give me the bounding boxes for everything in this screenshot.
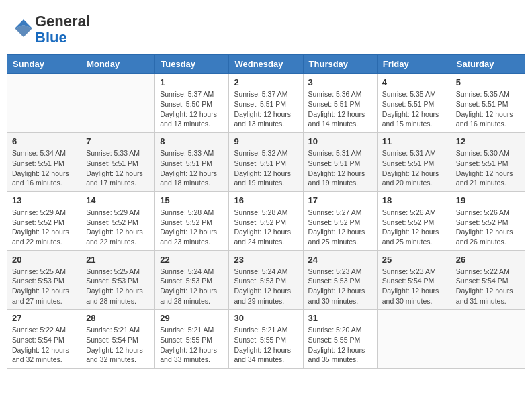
- day-number: 9: [234, 136, 298, 146]
- day-info: Sunrise: 5:37 AM Sunset: 5:50 PM Dayligh…: [160, 89, 224, 129]
- calendar-week-2: 6Sunrise: 5:34 AM Sunset: 5:51 PM Daylig…: [7, 133, 525, 192]
- day-info: Sunrise: 5:21 AM Sunset: 5:54 PM Dayligh…: [86, 325, 150, 365]
- day-number: 12: [456, 136, 520, 146]
- calendar-cell: 9Sunrise: 5:32 AM Sunset: 5:51 PM Daylig…: [229, 133, 303, 192]
- calendar-cell: 2Sunrise: 5:37 AM Sunset: 5:51 PM Daylig…: [229, 74, 303, 133]
- column-header-tuesday: Tuesday: [155, 55, 229, 74]
- page-header: General Blue: [7, 7, 525, 49]
- day-info: Sunrise: 5:22 AM Sunset: 5:54 PM Dayligh…: [456, 267, 520, 306]
- day-info: Sunrise: 5:27 AM Sunset: 5:52 PM Dayligh…: [308, 208, 372, 247]
- day-info: Sunrise: 5:22 AM Sunset: 5:54 PM Dayligh…: [12, 325, 76, 365]
- day-info: Sunrise: 5:29 AM Sunset: 5:52 PM Dayligh…: [86, 208, 150, 247]
- day-number: 28: [86, 313, 150, 323]
- day-number: 19: [456, 195, 520, 205]
- column-header-saturday: Saturday: [451, 55, 525, 74]
- calendar-week-5: 27Sunrise: 5:22 AM Sunset: 5:54 PM Dayli…: [7, 310, 525, 369]
- day-info: Sunrise: 5:28 AM Sunset: 5:52 PM Dayligh…: [234, 208, 298, 247]
- day-info: Sunrise: 5:35 AM Sunset: 5:51 PM Dayligh…: [456, 89, 520, 129]
- day-info: Sunrise: 5:29 AM Sunset: 5:52 PM Dayligh…: [12, 208, 76, 247]
- day-number: 17: [308, 195, 372, 205]
- calendar-table: SundayMondayTuesdayWednesdayThursdayFrid…: [7, 54, 525, 369]
- day-info: Sunrise: 5:24 AM Sunset: 5:53 PM Dayligh…: [160, 267, 224, 306]
- day-info: Sunrise: 5:31 AM Sunset: 5:51 PM Dayligh…: [308, 148, 372, 188]
- day-number: 22: [160, 255, 224, 265]
- day-number: 7: [86, 136, 150, 146]
- day-number: 26: [456, 255, 520, 265]
- calendar-cell: 17Sunrise: 5:27 AM Sunset: 5:52 PM Dayli…: [303, 191, 377, 250]
- day-info: Sunrise: 5:21 AM Sunset: 5:55 PM Dayligh…: [160, 325, 224, 365]
- day-info: Sunrise: 5:30 AM Sunset: 5:51 PM Dayligh…: [456, 148, 520, 188]
- day-number: 23: [234, 255, 298, 265]
- day-number: 6: [12, 136, 76, 146]
- calendar-cell: 1Sunrise: 5:37 AM Sunset: 5:50 PM Daylig…: [155, 74, 229, 133]
- calendar-cell: [451, 310, 525, 369]
- day-number: 20: [12, 255, 76, 265]
- day-number: 15: [160, 195, 224, 205]
- day-info: Sunrise: 5:23 AM Sunset: 5:54 PM Dayligh…: [382, 267, 446, 306]
- calendar-week-3: 13Sunrise: 5:29 AM Sunset: 5:52 PM Dayli…: [7, 191, 525, 250]
- day-number: 16: [234, 195, 298, 205]
- day-number: 24: [308, 255, 372, 265]
- day-number: 21: [86, 255, 150, 265]
- calendar-cell: [7, 74, 81, 133]
- calendar-cell: 28Sunrise: 5:21 AM Sunset: 5:54 PM Dayli…: [81, 310, 155, 369]
- day-info: Sunrise: 5:36 AM Sunset: 5:51 PM Dayligh…: [308, 89, 372, 129]
- day-number: 5: [456, 77, 520, 87]
- day-info: Sunrise: 5:35 AM Sunset: 5:51 PM Dayligh…: [382, 89, 446, 129]
- day-number: 3: [308, 77, 372, 87]
- calendar-cell: 26Sunrise: 5:22 AM Sunset: 5:54 PM Dayli…: [451, 250, 525, 310]
- day-info: Sunrise: 5:33 AM Sunset: 5:51 PM Dayligh…: [86, 148, 150, 188]
- logo-icon: [13, 18, 34, 38]
- day-number: 27: [12, 313, 76, 323]
- day-info: Sunrise: 5:37 AM Sunset: 5:51 PM Dayligh…: [234, 89, 298, 129]
- day-number: 18: [382, 195, 446, 205]
- column-header-thursday: Thursday: [303, 55, 377, 74]
- calendar-cell: 31Sunrise: 5:20 AM Sunset: 5:55 PM Dayli…: [303, 310, 377, 369]
- calendar-cell: 29Sunrise: 5:21 AM Sunset: 5:55 PM Dayli…: [155, 310, 229, 369]
- day-number: 8: [160, 136, 224, 146]
- day-number: 13: [12, 195, 76, 205]
- calendar-cell: 22Sunrise: 5:24 AM Sunset: 5:53 PM Dayli…: [155, 250, 229, 310]
- day-info: Sunrise: 5:26 AM Sunset: 5:52 PM Dayligh…: [456, 208, 520, 247]
- calendar-cell: 20Sunrise: 5:25 AM Sunset: 5:53 PM Dayli…: [7, 250, 81, 310]
- calendar-cell: 7Sunrise: 5:33 AM Sunset: 5:51 PM Daylig…: [81, 133, 155, 192]
- calendar-cell: 8Sunrise: 5:33 AM Sunset: 5:51 PM Daylig…: [155, 133, 229, 192]
- day-info: Sunrise: 5:26 AM Sunset: 5:52 PM Dayligh…: [382, 208, 446, 247]
- day-number: 25: [382, 255, 446, 265]
- calendar-cell: 10Sunrise: 5:31 AM Sunset: 5:51 PM Dayli…: [303, 133, 377, 192]
- calendar-cell: 23Sunrise: 5:24 AM Sunset: 5:53 PM Dayli…: [229, 250, 303, 310]
- calendar-cell: 6Sunrise: 5:34 AM Sunset: 5:51 PM Daylig…: [7, 133, 81, 192]
- day-info: Sunrise: 5:34 AM Sunset: 5:51 PM Dayligh…: [12, 148, 76, 188]
- day-info: Sunrise: 5:32 AM Sunset: 5:51 PM Dayligh…: [234, 148, 298, 188]
- day-number: 30: [234, 313, 298, 323]
- column-header-friday: Friday: [377, 55, 451, 74]
- calendar-cell: 13Sunrise: 5:29 AM Sunset: 5:52 PM Dayli…: [7, 191, 81, 250]
- calendar-cell: [377, 310, 451, 369]
- calendar-cell: 18Sunrise: 5:26 AM Sunset: 5:52 PM Dayli…: [377, 191, 451, 250]
- calendar-cell: 30Sunrise: 5:21 AM Sunset: 5:55 PM Dayli…: [229, 310, 303, 369]
- calendar-cell: 25Sunrise: 5:23 AM Sunset: 5:54 PM Dayli…: [377, 250, 451, 310]
- day-number: 4: [382, 77, 446, 87]
- day-info: Sunrise: 5:31 AM Sunset: 5:51 PM Dayligh…: [382, 148, 446, 188]
- day-number: 1: [160, 77, 224, 87]
- column-header-sunday: Sunday: [7, 55, 81, 74]
- calendar-cell: 24Sunrise: 5:23 AM Sunset: 5:53 PM Dayli…: [303, 250, 377, 310]
- calendar-cell: 12Sunrise: 5:30 AM Sunset: 5:51 PM Dayli…: [451, 133, 525, 192]
- calendar-cell: 27Sunrise: 5:22 AM Sunset: 5:54 PM Dayli…: [7, 310, 81, 369]
- calendar-cell: 3Sunrise: 5:36 AM Sunset: 5:51 PM Daylig…: [303, 74, 377, 133]
- day-info: Sunrise: 5:21 AM Sunset: 5:55 PM Dayligh…: [234, 325, 298, 365]
- calendar-cell: 14Sunrise: 5:29 AM Sunset: 5:52 PM Dayli…: [81, 191, 155, 250]
- logo-text: General Blue: [35, 13, 90, 46]
- calendar-cell: 19Sunrise: 5:26 AM Sunset: 5:52 PM Dayli…: [451, 191, 525, 250]
- calendar-week-4: 20Sunrise: 5:25 AM Sunset: 5:53 PM Dayli…: [7, 250, 525, 310]
- calendar-cell: 5Sunrise: 5:35 AM Sunset: 5:51 PM Daylig…: [451, 74, 525, 133]
- day-number: 2: [234, 77, 298, 87]
- day-info: Sunrise: 5:25 AM Sunset: 5:53 PM Dayligh…: [12, 267, 76, 306]
- day-info: Sunrise: 5:25 AM Sunset: 5:53 PM Dayligh…: [86, 267, 150, 306]
- day-number: 10: [308, 136, 372, 146]
- calendar-cell: 21Sunrise: 5:25 AM Sunset: 5:53 PM Dayli…: [81, 250, 155, 310]
- calendar-cell: 16Sunrise: 5:28 AM Sunset: 5:52 PM Dayli…: [229, 191, 303, 250]
- day-info: Sunrise: 5:20 AM Sunset: 5:55 PM Dayligh…: [308, 325, 372, 365]
- calendar-cell: 4Sunrise: 5:35 AM Sunset: 5:51 PM Daylig…: [377, 74, 451, 133]
- logo: General Blue: [13, 13, 90, 46]
